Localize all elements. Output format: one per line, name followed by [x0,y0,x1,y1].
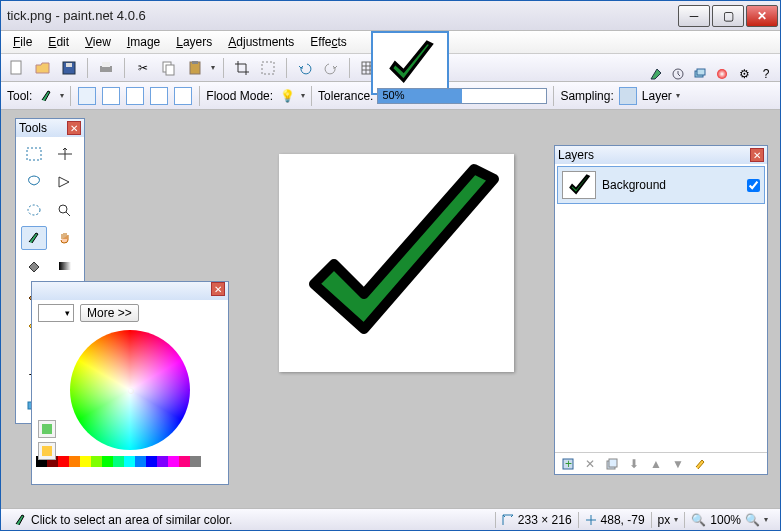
menu-image[interactable]: Image [119,33,168,51]
layers-toggle-icon[interactable] [690,65,710,83]
colors-panel-header[interactable]: ✕ [32,282,228,300]
flood-mode-icon[interactable]: 💡 [277,86,297,106]
menu-edit[interactable]: Edit [40,33,77,51]
colors-panel[interactable]: ✕ More >> [31,281,229,485]
color-wheel-cursor[interactable] [128,388,134,394]
selection-invert-icon[interactable] [174,87,192,105]
selection-replace-icon[interactable] [78,87,96,105]
tolerance-slider[interactable]: 50% [377,88,547,104]
swatch[interactable] [190,456,201,467]
ellipse-select-tool[interactable] [21,198,47,222]
layer-properties-icon[interactable] [692,456,708,472]
minimize-button[interactable]: ─ [678,5,710,27]
crop-icon[interactable] [232,58,252,78]
flood-mode-dropdown-icon[interactable]: ▾ [301,91,305,100]
lasso-select-tool[interactable] [21,170,47,194]
image-thumbnail[interactable] [371,31,449,95]
menu-effects[interactable]: Effects [302,33,354,51]
maximize-button[interactable]: ▢ [712,5,744,27]
deselect-icon[interactable] [258,58,278,78]
redo-icon[interactable] [321,58,341,78]
menu-file[interactable]: File [5,33,40,51]
tools-toggle-icon[interactable] [646,65,666,83]
settings-icon[interactable]: ⚙ [734,65,754,83]
swatch-row [32,454,228,471]
history-toggle-icon[interactable] [668,65,688,83]
tools-panel-close-icon[interactable]: ✕ [67,121,81,135]
gradient-tool[interactable] [52,254,78,278]
titlebar: tick.png - paint.net 4.0.6 ─ ▢ ✕ [1,1,780,31]
menu-adjustments[interactable]: Adjustments [220,33,302,51]
layers-panel[interactable]: Layers ✕ Background + ✕ ⬇ ▲ ▼ [554,145,768,475]
layer-visibility-checkbox[interactable] [747,179,760,192]
move-selected-pixels-tool[interactable] [52,142,78,166]
move-layer-up-icon[interactable]: ▲ [648,456,664,472]
duplicate-layer-icon[interactable] [604,456,620,472]
zoom-in-icon[interactable]: 🔍 [745,513,760,527]
sampling-icon[interactable] [619,87,637,105]
swatch[interactable] [102,456,113,467]
canvas[interactable] [279,154,514,372]
swatch[interactable] [157,456,168,467]
zoom-dropdown-icon[interactable]: ▾ [764,515,768,524]
open-icon[interactable] [33,58,53,78]
tool-dropdown-icon[interactable]: ▾ [60,91,64,100]
zoom-out-icon[interactable]: 🔍 [691,513,706,527]
layer-item[interactable]: Background [557,166,765,204]
magic-wand-tool[interactable] [21,226,47,250]
layers-panel-header[interactable]: Layers ✕ [555,146,767,164]
delete-layer-icon[interactable]: ✕ [582,456,598,472]
undo-icon[interactable] [295,58,315,78]
color-wheel[interactable] [70,330,190,450]
move-selection-tool[interactable] [52,170,78,194]
swatch[interactable] [135,456,146,467]
cut-icon[interactable]: ✂ [133,58,153,78]
unit-dropdown-icon[interactable]: ▾ [674,515,678,524]
paint-bucket-tool[interactable] [21,254,47,278]
swatch[interactable] [80,456,91,467]
selection-intersect-icon[interactable] [150,87,168,105]
svg-rect-13 [262,62,274,74]
colors-panel-close-icon[interactable]: ✕ [211,282,225,296]
print-icon[interactable] [96,58,116,78]
add-layer-icon[interactable]: + [560,456,576,472]
tools-panel-header[interactable]: Tools ✕ [16,119,84,137]
swatch[interactable] [113,456,124,467]
sampling-label: Sampling: [560,89,613,103]
selection-subtract-icon[interactable] [126,87,144,105]
paste-dropdown-icon[interactable]: ▾ [211,63,215,72]
zoom-tool[interactable] [52,198,78,222]
swatch[interactable] [168,456,179,467]
merge-down-icon[interactable]: ⬇ [626,456,642,472]
close-button[interactable]: ✕ [746,5,778,27]
color-mode-dropdown[interactable] [38,304,74,322]
swatch[interactable] [201,456,212,467]
add-swatch-icon[interactable] [38,420,56,438]
menu-view[interactable]: View [77,33,119,51]
palette-menu-icon[interactable] [38,442,56,460]
swatch[interactable] [124,456,135,467]
swatch[interactable] [69,456,80,467]
pan-tool[interactable] [52,226,78,250]
sampling-value[interactable]: Layer [642,89,672,103]
swatch[interactable] [179,456,190,467]
swatch[interactable] [58,456,69,467]
swatch[interactable] [146,456,157,467]
layers-panel-close-icon[interactable]: ✕ [750,148,764,162]
menu-layers[interactable]: Layers [168,33,220,51]
swatch[interactable] [91,456,102,467]
status-dimensions: 233 × 216 [518,513,572,527]
new-icon[interactable] [7,58,27,78]
colors-toggle-icon[interactable] [712,65,732,83]
active-tool-icon[interactable] [36,86,56,106]
copy-icon[interactable] [159,58,179,78]
selection-add-icon[interactable] [102,87,120,105]
paste-icon[interactable] [185,58,205,78]
sampling-dropdown-icon[interactable]: ▾ [676,91,680,100]
help-icon[interactable]: ? [756,65,776,83]
status-unit[interactable]: px [658,513,671,527]
rectangle-select-tool[interactable] [21,142,47,166]
move-layer-down-icon[interactable]: ▼ [670,456,686,472]
more-button[interactable]: More >> [80,304,139,322]
save-icon[interactable] [59,58,79,78]
